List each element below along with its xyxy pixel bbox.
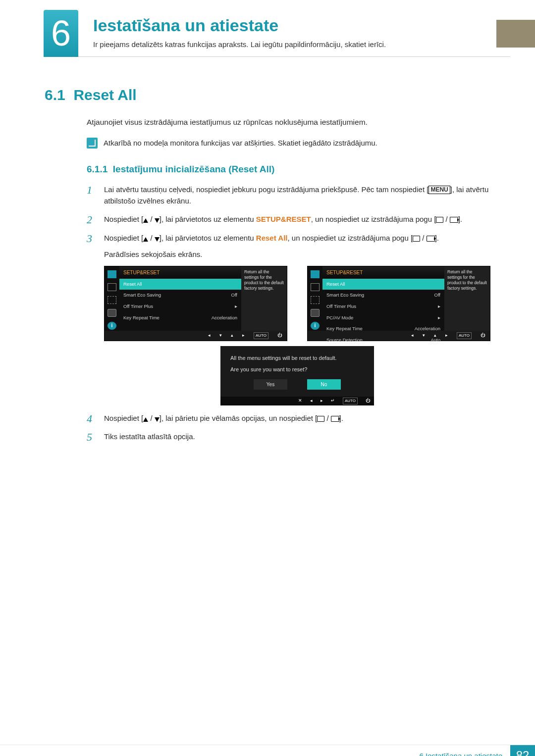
osd-item: Source DetectionAuto <box>322 335 444 346</box>
osd-sidebar: i <box>308 266 322 331</box>
info-icon: i <box>107 322 116 330</box>
osd-menu-list: SETUP&RESET Reset All Smart Eco SavingOf… <box>119 266 241 331</box>
chapter-header: 6 Iestatīšana un atiestate Ir pieejams d… <box>44 10 510 57</box>
decorative-band <box>496 20 535 48</box>
chapter-subtitle: Ir pieejams detalizēts katras funkcijas … <box>93 40 510 49</box>
osd-confirm-dialog: All the menu settings will be reset to d… <box>220 346 374 405</box>
nav-auto-label: AUTO <box>457 332 472 339</box>
down-arrow-icon <box>155 417 160 422</box>
info-icon: i <box>311 322 320 330</box>
step-3-follow: Parādīsies sekojošais ekrāns. <box>104 249 490 260</box>
confirm-no-button: No <box>307 379 341 390</box>
step-4: Nospiediet [ / ], lai pārietu pie vēlamā… <box>87 412 490 424</box>
osd-item: Off Timer Plus▸ <box>119 301 241 312</box>
osd-header: SETUP&RESET <box>119 266 241 279</box>
nav-enter-icon: ↵ <box>331 398 335 404</box>
highlight-resetall: Reset All <box>256 234 288 242</box>
note-text: Atkarībā no modeļa monitora funkcijas va… <box>104 138 377 149</box>
gear-icon <box>107 309 116 317</box>
rect-icon <box>413 236 420 242</box>
enter-icon <box>427 236 435 242</box>
nav-left-icon: ◂ <box>411 332 414 339</box>
subsection-number: 6.1.1 <box>87 164 107 174</box>
subsection-heading: 6.1.1 Iestatījumu inicializēšana (Reset … <box>87 164 490 175</box>
nav-left-icon: ◂ <box>310 398 313 404</box>
osd-screen-right: i SETUP&RESET Reset All Smart Eco Saving… <box>307 266 490 341</box>
confirm-line2: Are you sure you want to reset? <box>230 365 364 374</box>
footer-page-number: 82 <box>510 745 535 756</box>
osd-description: Return all the settings for the product … <box>444 266 490 331</box>
nav-power-icon: ⏻ <box>366 398 370 404</box>
resize-icon <box>311 296 320 304</box>
monitor-icon <box>311 270 320 278</box>
chapter-title: Iestatīšana un atiestate <box>93 16 510 35</box>
enter-icon <box>450 217 458 223</box>
down-arrow-icon <box>155 237 160 242</box>
osd-item: Off Timer Plus▸ <box>322 301 444 312</box>
list-icon <box>107 283 116 291</box>
step-3: Nospiediet [ / ], lai pārvietotos uz ele… <box>87 232 490 406</box>
resize-icon <box>107 296 116 304</box>
osd-item: Key Repeat TimeAcceleration <box>119 312 241 324</box>
menu-button-label: MENU <box>428 186 450 194</box>
up-arrow-icon <box>143 237 148 242</box>
chapter-number: 6 <box>44 10 78 57</box>
osd-nav-bar: ◂ ▾ ▴ ▸ AUTO ⏻ <box>105 331 287 341</box>
up-arrow-icon <box>143 218 148 223</box>
osd-menu-list: SETUP&RESET Reset All Smart Eco SavingOf… <box>322 266 444 331</box>
footer-chapter-label: 6 Iestatīšana un atiestate <box>419 752 502 756</box>
subsection-title: Iestatījumu inicializēšana (Reset All) <box>113 164 275 174</box>
monitor-icon <box>107 270 116 278</box>
section-intro: Atjaunojiet visus izstrādājuma iestatīju… <box>87 116 490 128</box>
rect-icon <box>317 416 324 422</box>
nav-close-icon: ✕ <box>298 398 302 404</box>
page-footer: 6 Iestatīšana un atiestate 82 <box>0 745 535 756</box>
step-1: Lai atvērtu taustiņu ceļvedi, nospiediet… <box>87 184 490 207</box>
osd-item: Key Repeat TimeAcceleration <box>322 323 444 335</box>
nav-left-icon: ◂ <box>208 332 211 339</box>
down-arrow-icon <box>155 218 160 223</box>
enter-icon <box>331 416 339 422</box>
nav-down-icon: ▾ <box>219 332 222 339</box>
section-number: 6.1 <box>45 87 65 103</box>
section-heading: 6.1 Reset All <box>45 87 490 103</box>
step-5: Tiks iestatīta atlasītā opcija. <box>87 431 490 442</box>
osd-item: Smart Eco SavingOff <box>322 290 444 301</box>
osd-sidebar: i <box>105 266 119 331</box>
nav-auto-label: AUTO <box>343 398 358 404</box>
nav-right-icon: ▸ <box>445 332 448 339</box>
nav-right-icon: ▸ <box>321 398 323 404</box>
confirm-line1: All the menu settings will be reset to d… <box>230 354 364 362</box>
chapter-title-block: Iestatīšana un atiestate Ir pieejams det… <box>78 10 510 57</box>
up-arrow-icon <box>143 417 148 422</box>
highlight-setupreset: SETUP&RESET <box>256 215 311 223</box>
confirm-yes-button: Yes <box>254 379 287 390</box>
list-icon <box>311 283 320 291</box>
step-2: Nospiediet [ / ], lai pārvietotos uz ele… <box>87 213 490 225</box>
nav-auto-label: AUTO <box>254 332 268 339</box>
section-title: Reset All <box>73 87 136 103</box>
osd-header: SETUP&RESET <box>322 266 444 279</box>
osd-description: Return all the settings for the product … <box>241 266 287 331</box>
nav-up-icon: ▴ <box>231 332 233 339</box>
nav-power-icon: ⏻ <box>481 332 485 339</box>
osd-screens-row: i SETUP&RESET Reset All Smart Eco Saving… <box>104 266 490 341</box>
manual-page: 6 Iestatīšana un atiestate Ir pieejams d… <box>0 10 535 756</box>
note: Atkarībā no modeļa monitora funkcijas va… <box>87 138 490 149</box>
nav-power-icon: ⏻ <box>277 332 282 339</box>
rect-icon <box>436 217 443 223</box>
nav-down-icon: ▾ <box>423 332 425 339</box>
osd-screen-left: i SETUP&RESET Reset All Smart Eco Saving… <box>104 266 287 341</box>
gear-icon <box>311 309 320 317</box>
nav-right-icon: ▸ <box>242 332 245 339</box>
steps-list: Lai atvērtu taustiņu ceļvedi, nospiediet… <box>87 184 490 443</box>
confirm-nav-bar: ✕ ◂ ▸ ↵ AUTO ⏻ <box>220 397 374 405</box>
osd-item: PC/AV Mode▸ <box>322 312 444 324</box>
nav-up-icon: ▴ <box>434 332 436 339</box>
osd-item-resetall: Reset All <box>119 279 241 290</box>
osd-item: Smart Eco SavingOff <box>119 290 241 301</box>
note-icon <box>87 138 98 149</box>
osd-item-resetall: Reset All <box>322 279 444 290</box>
